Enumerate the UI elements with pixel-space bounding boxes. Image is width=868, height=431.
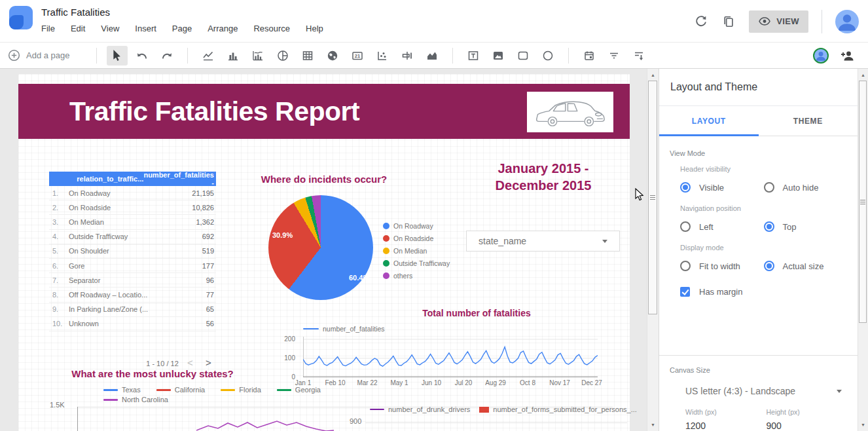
canvas-scrollbar-thumb[interactable] xyxy=(648,81,657,314)
data-control-button[interactable] xyxy=(628,46,649,66)
bar-chart-button[interactable] xyxy=(223,46,244,66)
column-fatalities[interactable]: number_of_fatalities - xyxy=(143,171,216,187)
row-value: 21,195 xyxy=(152,189,216,197)
row-label: Outside Trafficway xyxy=(69,233,152,240)
table-row[interactable]: 5.On Shoulder519 xyxy=(49,244,216,259)
area-chart-button[interactable] xyxy=(422,46,443,66)
time-series-chart-button[interactable] xyxy=(198,46,219,66)
row-rank: 4. xyxy=(49,233,69,240)
table-row[interactable]: 3.On Median1,362 xyxy=(49,215,216,229)
scroll-down-icon[interactable]: ▼ xyxy=(858,420,868,430)
scorecard-button[interactable]: 21 xyxy=(347,46,368,66)
bottom-chart-legend: number_of_drunk_drivers number_of_forms_… xyxy=(370,405,637,413)
relation-table[interactable]: relation_to_traffic... number_of_fatalit… xyxy=(49,172,216,331)
timeseries-x-axis: Jan 1Feb 10Mar 22May 1Jun 10Jul 20Aug 29… xyxy=(303,379,598,387)
scroll-up-icon[interactable]: ▲ xyxy=(647,70,659,80)
text-button[interactable] xyxy=(463,46,484,66)
table-row[interactable]: 2.On Roadside10,826 xyxy=(49,200,216,215)
scroll-down-icon[interactable]: ▼ xyxy=(647,420,659,430)
has-margin-checkbox[interactable] xyxy=(680,287,690,297)
svg-text:21: 21 xyxy=(354,53,359,59)
tab-theme[interactable]: THEME xyxy=(759,106,858,136)
row-rank: 10. xyxy=(49,320,69,328)
scroll-up-icon[interactable]: ▲ xyxy=(858,70,868,80)
radio-visible[interactable]: Visible xyxy=(680,182,764,193)
date-range-text: January 2015 - December 2015 xyxy=(475,160,612,194)
states-chart-preview[interactable] xyxy=(196,419,334,431)
add-page-button[interactable]: Add a page xyxy=(8,49,70,62)
menu-page[interactable]: Page xyxy=(172,24,192,33)
canvas-size-dropdown[interactable]: US letter (4:3) - Landscape xyxy=(685,386,842,396)
state-filter-dropdown[interactable]: state_name xyxy=(466,231,620,252)
combo-chart-button[interactable] xyxy=(247,46,268,66)
bullet-chart-button[interactable] xyxy=(397,46,418,66)
table-row[interactable]: 9.In Parking Lane/Zone (...65 xyxy=(49,303,216,317)
select-tool-button[interactable] xyxy=(107,46,128,66)
width-input[interactable]: 1200 xyxy=(685,421,767,431)
data-studio-logo-icon[interactable] xyxy=(9,6,33,29)
row-rank: 7. xyxy=(49,276,69,284)
radio-actual-size[interactable]: Actual size xyxy=(764,261,848,271)
pie-label-roadway: 60.4% xyxy=(349,274,369,282)
radio-left[interactable]: Left xyxy=(680,221,764,232)
row-label: On Roadside xyxy=(69,204,152,212)
menu-view[interactable]: View xyxy=(101,24,119,33)
menu-help[interactable]: Help xyxy=(306,24,323,33)
menu-file[interactable]: File xyxy=(41,24,55,33)
pie-chart[interactable] xyxy=(268,195,373,300)
rectangle-button[interactable] xyxy=(513,46,533,66)
height-input[interactable]: 900 xyxy=(767,421,848,431)
menu-arrange[interactable]: Arrange xyxy=(208,24,238,33)
table-button[interactable] xyxy=(297,46,318,66)
redo-button[interactable] xyxy=(156,46,177,66)
table-row[interactable]: 7.Separator96 xyxy=(49,273,216,288)
undo-button[interactable] xyxy=(132,46,153,66)
legend-line-swatch xyxy=(370,409,384,411)
date-range-button[interactable] xyxy=(579,46,600,66)
menu-edit[interactable]: Edit xyxy=(71,24,85,33)
column-relation[interactable]: relation_to_traffic... xyxy=(49,175,143,183)
refresh-data-button[interactable] xyxy=(694,14,708,29)
pie-chart-button[interactable] xyxy=(272,46,293,66)
radio-button[interactable] xyxy=(764,261,774,271)
radio-button[interactable] xyxy=(680,182,691,193)
pie-label-roadside: 30.9% xyxy=(272,231,293,239)
panel-scrollbar[interactable]: ▲ ▼ xyxy=(858,69,868,431)
radio-button[interactable] xyxy=(764,182,774,193)
radio-top[interactable]: Top xyxy=(764,221,848,232)
radio-fit-to-width[interactable]: Fit to width xyxy=(680,261,764,271)
table-row[interactable]: 4.Outside Trafficway692 xyxy=(49,230,216,244)
panel-scrollbar-thumb[interactable] xyxy=(859,81,867,323)
table-row[interactable]: 8.Off Roadway – Locatio...77 xyxy=(49,288,216,302)
share-add-people-button[interactable] xyxy=(841,48,855,63)
oval-button[interactable] xyxy=(537,46,558,66)
table-icon xyxy=(301,50,314,62)
table-header[interactable]: relation_to_traffic... number_of_fatalit… xyxy=(49,172,216,186)
radio-button[interactable] xyxy=(680,221,691,232)
report-banner[interactable]: Traffic Fatalities Report xyxy=(18,84,630,139)
timeseries-plot[interactable] xyxy=(303,334,598,377)
copy-report-button[interactable] xyxy=(721,14,736,29)
collaborator-avatar[interactable] xyxy=(813,48,829,64)
scatter-chart-button[interactable] xyxy=(372,46,393,66)
table-row[interactable]: 10.Unknown56 xyxy=(49,317,216,331)
document-title[interactable]: Traffic Fatalities xyxy=(41,7,323,18)
report-page[interactable]: Traffic Fatalities Report xyxy=(18,74,630,431)
canvas-scrollbar[interactable]: ▲ ▼ xyxy=(647,69,659,431)
pagination-prev-icon[interactable]: < xyxy=(187,357,193,368)
view-mode-button[interactable]: VIEW xyxy=(749,10,808,33)
account-avatar[interactable] xyxy=(835,10,859,33)
radio-button[interactable] xyxy=(764,221,774,232)
radio-button[interactable] xyxy=(680,261,691,271)
tab-layout[interactable]: LAYOUT xyxy=(659,106,759,136)
table-row[interactable]: 1.On Roadway21,195 xyxy=(49,186,216,200)
table-row[interactable]: 6.Gore177 xyxy=(49,259,216,273)
menu-resource[interactable]: Resource xyxy=(253,24,290,33)
pagination-next-icon[interactable]: > xyxy=(206,357,211,368)
image-button[interactable] xyxy=(488,46,509,66)
geo-map-button[interactable] xyxy=(322,46,343,66)
menu-insert[interactable]: Insert xyxy=(135,24,156,33)
width-label: Width (px) xyxy=(685,408,767,416)
filter-control-button[interactable] xyxy=(604,46,624,66)
radio-auto-hide[interactable]: Auto hide xyxy=(764,182,848,193)
